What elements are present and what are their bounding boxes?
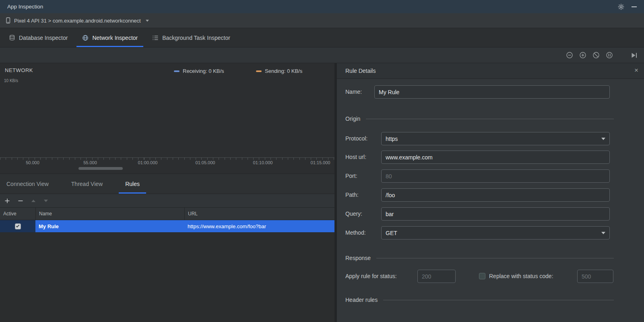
rules-table-header: Active Name URL [0,208,334,220]
response-section-label: Response [345,255,371,261]
x-tick: 50.000 [26,160,39,165]
checkmark-icon [16,224,19,227]
minimize-icon[interactable] [632,6,637,7]
receiving-series-swatch [174,70,180,72]
column-header-name[interactable]: Name [35,208,184,220]
close-icon[interactable]: × [634,66,638,74]
rule-active-checkbox[interactable] [15,223,21,229]
tab-connection-view[interactable]: Connection View [0,174,55,194]
app-inspection-window: App Inspection Pixel 4 API 31 > com.exa [0,0,644,322]
protocol-value: https [386,136,398,142]
go-live-icon[interactable] [631,52,638,59]
method-label: Method: [345,226,366,239]
tab-label: Rules [125,181,140,187]
tab-network-inspector[interactable]: Network Inspector [76,28,143,47]
tab-database-inspector[interactable]: Database Inspector [3,28,73,47]
task-list-icon [152,35,159,41]
replace-status-field[interactable] [577,270,613,283]
timeline-scrollbar[interactable] [78,167,123,170]
rule-active-cell [0,220,35,232]
timeline-toolbar [0,47,644,63]
add-rule-icon[interactable] [5,198,10,203]
window-title: App Inspection [7,4,43,10]
tab-label: Database Inspector [19,35,68,41]
move-rule-up-icon[interactable] [31,200,35,202]
device-process-selector[interactable]: Pixel 4 API 31 > com.example.android.net… [14,18,141,24]
path-field[interactable] [381,188,610,202]
device-phone-icon [5,17,11,24]
method-value: GET [386,230,397,236]
name-label: Name: [345,85,362,99]
replace-status-checkbox[interactable] [479,273,485,279]
origin-section-label: Origin [345,116,360,122]
port-field[interactable] [381,169,610,183]
apply-status-field[interactable] [417,270,456,283]
apply-status-label: Apply rule for status: [345,270,397,283]
zoom-to-selection-icon[interactable] [606,52,613,59]
zoom-in-icon[interactable] [579,52,586,59]
rule-table-row[interactable]: My Rule https://www.example.com/foo?bar [0,220,334,232]
settings-gear-icon[interactable] [618,4,624,10]
network-timeline-chart[interactable]: NETWORK Receiving: 0 KB/s Sending: 0 KB/… [0,63,334,173]
reset-zoom-icon[interactable] [592,52,600,59]
tab-rules[interactable]: Rules [119,174,146,194]
host-url-field[interactable] [381,151,610,164]
x-tick: 01:00.000 [138,160,158,165]
tab-label: Thread View [71,181,103,187]
method-dropdown[interactable]: GET [381,226,610,239]
section-divider [366,119,614,119]
chevron-down-icon [601,138,605,140]
chart-title: NETWORK [5,67,33,73]
tab-label: Background Task Inspector [162,35,230,41]
origin-section-header: Origin [345,115,614,123]
query-label: Query: [345,207,362,221]
inspector-tabs: Database Inspector Network Inspector B [0,28,644,47]
rules-toolbar [0,194,334,208]
path-label: Path: [345,188,359,202]
globe-icon [82,35,89,41]
legend-sending: Sending: 0 KB/s [256,68,302,74]
host-url-label: Host url: [345,151,366,164]
column-header-url[interactable]: URL [184,208,334,220]
replace-status-label: Replace with status code: [489,270,553,283]
sending-series-swatch [256,70,262,72]
x-tick: 55.000 [83,160,97,165]
window-titlebar: App Inspection [0,0,644,13]
name-field[interactable] [374,85,610,99]
column-header-active[interactable]: Active [0,208,35,220]
port-label: Port: [345,169,357,183]
network-view-tabs: Connection View Thread View Rules [0,173,334,194]
rule-url-cell: https://www.example.com/foo?bar [184,223,334,229]
x-tick: 01:15.000 [311,160,330,165]
zoom-out-icon[interactable] [566,52,573,59]
rule-details-title: Rule Details [345,68,376,74]
legend-receiving: Receiving: 0 KB/s [174,68,224,74]
move-rule-down-icon[interactable] [44,200,48,202]
time-axis-ruler [0,157,334,160]
database-icon [9,35,15,41]
receiving-legend-label: Receiving: 0 KB/s [183,68,224,74]
sending-legend-label: Sending: 0 KB/s [265,68,302,74]
device-process-bar: Pixel 4 API 31 > com.example.android.net… [0,13,644,28]
remove-rule-icon[interactable] [18,198,23,203]
x-tick: 01:10.000 [253,160,273,165]
chevron-down-icon [601,232,605,234]
tab-thread-view[interactable]: Thread View [65,174,109,194]
chevron-down-icon[interactable] [146,20,149,22]
tab-label: Connection View [6,181,49,187]
protocol-label: Protocol: [345,132,367,145]
y-axis-label: 10 KB/s [4,78,18,83]
tab-label: Network Inspector [92,35,138,41]
response-section-header: Response [345,254,614,262]
section-divider [383,300,614,300]
rule-details-panel: Rule Details × Name: Origin Protocol: ht… [337,63,644,322]
header-rules-section-label: Header rules [345,297,378,303]
rule-details-header: Rule Details × [337,63,644,79]
x-tick: 01:05.000 [196,160,215,165]
header-rules-section-header: Header rules [345,296,614,304]
query-field[interactable] [381,207,610,221]
protocol-dropdown[interactable]: https [381,132,610,145]
section-divider [376,258,614,258]
tab-background-task-inspector[interactable]: Background Task Inspector [147,28,236,47]
rule-name-cell: My Rule [35,223,184,229]
